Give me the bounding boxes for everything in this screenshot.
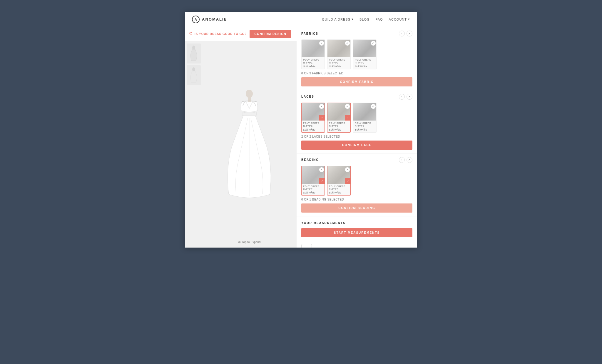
heart-icon: ♡ — [189, 32, 193, 36]
thumbnail-front[interactable] — [187, 44, 201, 64]
check-badge-2: ✓ — [345, 41, 350, 46]
confirm-bar: ♡ IS YOUR DRESS GOOD TO GO? CONFIRM DESI… — [185, 27, 297, 41]
laces-close-button[interactable]: ✕ — [407, 94, 412, 100]
tap-to-expand[interactable]: ⊕ Tap to Expand — [238, 240, 261, 244]
fabric-type-1: POLY CREPE R-TYPE — [303, 59, 323, 65]
measurements-section: YOUR MEASUREMENTS START MEASUREMENTS — [297, 216, 417, 241]
fabric-info-3: POLY CREPE R-TYPE Soft White — [353, 57, 376, 69]
lace-card-1[interactable]: ✓ ✓ POLY CREPE R-TYPE Soft White — [301, 103, 325, 133]
check-badge-3: ✓ — [371, 41, 376, 46]
beading-selection-status: 0 OF 1 BEADING SELECTED — [301, 198, 412, 201]
fabric-info-1: POLY CREPE R-TYPE Soft White — [302, 57, 325, 69]
beading-section: BEADING ‹ ✕ ✓ ✓ — [297, 153, 417, 217]
beading-grid: ✓ ✓ POLY CREPE R-TYPE Soft White — [301, 166, 412, 196]
lace-check-3: ✓ — [371, 104, 376, 109]
left-panel: ♡ IS YOUR DRESS GOOD TO GO? CONFIRM DESI… — [185, 27, 297, 248]
lace-image-1: ✓ ✓ — [302, 103, 325, 121]
fabrics-grid: ✓ POLY CREPE R-TYPE Soft White — [301, 39, 412, 69]
beading-selected-badge-1: ✓ — [319, 178, 325, 184]
lace-selected-badge-1: ✓ — [319, 115, 325, 121]
lace-card-3[interactable]: ✓ POLY CREPE R-TYPE Soft White — [353, 103, 377, 133]
fabric-image-3: ✓ — [353, 40, 377, 57]
svg-point-1 — [192, 67, 195, 71]
fabric-card-2[interactable]: ✓ POLY CREPE R-TYPE Soft White — [327, 39, 351, 69]
nav-blog[interactable]: BLOG — [359, 18, 370, 21]
beading-info-2: POLY CREPE R-TYPE Soft White — [327, 184, 350, 196]
fabrics-close-button[interactable]: ✕ — [407, 31, 412, 36]
beading-header: BEADING ‹ ✕ — [301, 157, 412, 163]
lace-color-1: Soft White — [303, 128, 323, 131]
right-panel: FABRICS ‹ ✕ ✓ POLY CREPE — [297, 27, 417, 248]
beading-close-button[interactable]: ✕ — [407, 157, 412, 163]
fabric-color-2: Soft White — [329, 65, 349, 68]
lace-check-2: ✓ — [345, 104, 350, 109]
fabrics-selection-status: 0 OF 3 FABRICS SELECTED — [301, 72, 412, 75]
chevron-down-icon: ▾ — [352, 17, 354, 21]
main-content: ♡ IS YOUR DRESS GOOD TO GO? CONFIRM DESI… — [185, 27, 417, 248]
fabric-image-1: ✓ — [302, 40, 325, 57]
fabric-type-2: POLY CREPE R-TYPE — [329, 59, 349, 65]
start-measurements-button[interactable]: START MEASUREMENTS — [301, 228, 412, 237]
page-container: A ANOMALIE BUILD A DRESS ▾ BLOG FAQ ACCO… — [185, 12, 417, 248]
laces-actions: ‹ ✕ — [399, 94, 412, 100]
navbar: A ANOMALIE BUILD A DRESS ▾ BLOG FAQ ACCO… — [185, 12, 417, 27]
lace-image-2: ✓ ✓ — [327, 103, 351, 121]
lace-check-1: ✓ — [319, 104, 324, 109]
fabric-info-2: POLY CREPE R-TYPE Soft White — [327, 57, 350, 69]
nav-faq[interactable]: FAQ — [376, 18, 383, 21]
beading-card-2[interactable]: ✓ ✓ POLY CREPE R-TYPE Soft White — [327, 166, 351, 196]
beading-check-2: ✓ — [345, 167, 350, 172]
laces-section: LACES ‹ ✕ ✓ ✓ — [297, 90, 417, 153]
fabrics-section: FABRICS ‹ ✕ ✓ POLY CREPE — [297, 27, 417, 90]
thumbnails-column — [185, 41, 202, 248]
expand-icon: ⊕ — [238, 240, 241, 244]
camera-icon: ⊡ — [305, 247, 308, 248]
lace-info-2: POLY CREPE R-TYPE Soft White — [327, 121, 350, 132]
fabrics-prev-button[interactable]: ‹ — [399, 31, 405, 36]
fabric-color-1: Soft White — [303, 65, 323, 68]
beading-title: BEADING — [301, 158, 319, 161]
dress-main-view: ⊕ Tap to Expand — [202, 41, 297, 248]
dress-status: ♡ IS YOUR DRESS GOOD TO GO? — [189, 32, 247, 36]
nav-build-a-dress[interactable]: BUILD A DRESS ▾ — [322, 17, 354, 21]
laces-grid: ✓ ✓ POLY CREPE R-TYPE Soft White — [301, 103, 412, 133]
bottom-icon-row: ⊡ — [297, 241, 417, 248]
beading-color-1: Soft White — [303, 191, 323, 194]
lace-type-3: POLY CREPE R-TYPE — [355, 122, 375, 128]
fabric-card-1[interactable]: ✓ POLY CREPE R-TYPE Soft White — [301, 39, 325, 69]
beading-card-1[interactable]: ✓ ✓ POLY CREPE R-TYPE Soft White — [301, 166, 325, 196]
laces-selection-status: 2 OF 2 LACES SELECTED — [301, 135, 412, 138]
fabric-type-3: POLY CREPE R-TYPE — [355, 59, 375, 65]
beading-info-1: POLY CREPE R-TYPE Soft White — [302, 184, 325, 196]
lace-selected-badge-2: ✓ — [345, 115, 351, 121]
lace-color-3: Soft White — [355, 128, 375, 131]
confirm-design-button[interactable]: CONFIRM DESIGN — [250, 30, 291, 38]
thumbnail-back[interactable] — [187, 65, 201, 85]
fabrics-header: FABRICS ‹ ✕ — [301, 31, 412, 36]
svg-point-0 — [192, 46, 195, 50]
dress-area: ⊕ Tap to Expand — [185, 41, 297, 248]
laces-title: LACES — [301, 95, 314, 98]
beading-prev-button[interactable]: ‹ — [399, 157, 405, 163]
beading-color-2: Soft White — [329, 191, 349, 194]
confirm-fabric-button[interactable]: CONFIRM FABRIC — [301, 77, 412, 86]
fabric-color-3: Soft White — [355, 65, 375, 68]
bottom-icon-1[interactable]: ⊡ — [301, 244, 312, 248]
nav-links: BUILD A DRESS ▾ BLOG FAQ ACCOUNT ▾ — [322, 17, 410, 21]
lace-info-3: POLY CREPE R-TYPE Soft White — [353, 121, 376, 132]
confirm-beading-button[interactable]: CONFIRM BEADING — [301, 203, 412, 213]
check-badge-1: ✓ — [319, 41, 324, 46]
lace-card-2[interactable]: ✓ ✓ POLY CREPE R-TYPE Soft White — [327, 103, 351, 133]
lace-image-3: ✓ — [353, 103, 377, 121]
fabric-card-3[interactable]: ✓ POLY CREPE R-TYPE Soft White — [353, 39, 377, 69]
lace-type-2: POLY CREPE R-TYPE — [329, 122, 349, 128]
chevron-down-icon: ▾ — [408, 17, 410, 21]
laces-prev-button[interactable]: ‹ — [399, 94, 405, 100]
lace-info-1: POLY CREPE R-TYPE Soft White — [302, 121, 325, 132]
svg-point-2 — [246, 90, 253, 98]
laces-header: LACES ‹ ✕ — [301, 94, 412, 100]
beading-selected-badge-2: ✓ — [345, 178, 351, 184]
nav-account[interactable]: ACCOUNT ▾ — [389, 17, 410, 21]
confirm-lace-button[interactable]: CONFIRM LACE — [301, 141, 412, 150]
logo-icon: A — [192, 16, 200, 23]
